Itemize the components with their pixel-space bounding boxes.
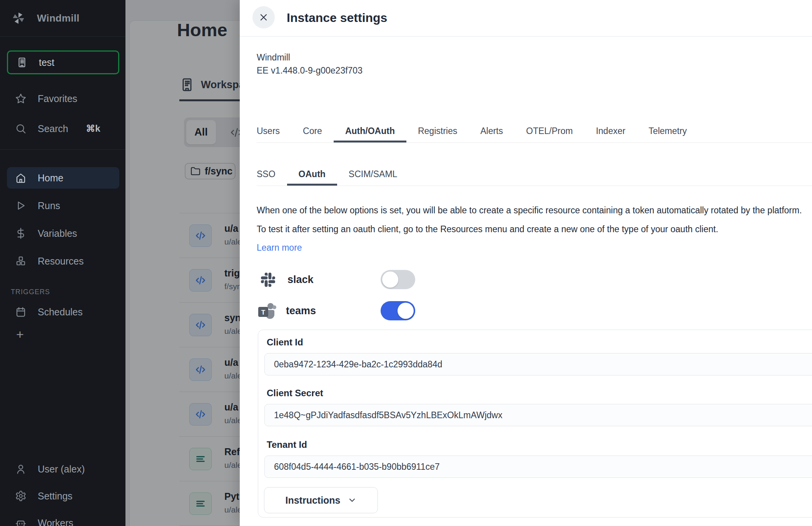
tab-core[interactable]: Core bbox=[291, 122, 334, 142]
subtab-sso[interactable]: SSO bbox=[257, 165, 287, 186]
app-name: Windmill bbox=[257, 51, 363, 64]
subtab-oauth[interactable]: OAuth bbox=[287, 165, 337, 186]
sidebar-item-schedules[interactable]: Schedules bbox=[7, 301, 119, 323]
dollar-icon bbox=[15, 228, 27, 239]
close-icon bbox=[258, 12, 269, 23]
sidebar: Windmill test Favorites Search bbox=[0, 0, 125, 526]
teams-toggle[interactable] bbox=[381, 301, 415, 320]
learn-more-link[interactable]: Learn more bbox=[257, 243, 302, 253]
description-line-2: To test it after setting an oauth client… bbox=[257, 220, 812, 239]
sidebar-item-label: Favorites bbox=[38, 93, 77, 104]
version-info: Windmill EE v1.448.0-9-g00e23f703 bbox=[257, 51, 363, 77]
sidebar-item-variables[interactable]: Variables bbox=[7, 223, 119, 244]
drawer-title: Instance settings bbox=[287, 11, 387, 25]
client-id-input[interactable] bbox=[264, 353, 812, 375]
toggle-knob bbox=[382, 271, 398, 288]
calendar-icon bbox=[15, 306, 27, 318]
tab-otel-prom[interactable]: OTEL/Prom bbox=[515, 122, 584, 142]
tenant-id-label: Tenant Id bbox=[267, 439, 307, 450]
star-icon bbox=[15, 93, 27, 104]
sidebar-item-home[interactable]: Home bbox=[7, 167, 119, 189]
tab-users[interactable]: Users bbox=[257, 122, 291, 142]
user-icon bbox=[15, 463, 27, 475]
search-icon bbox=[15, 123, 27, 134]
teams-integration-row: T teams bbox=[257, 301, 316, 321]
tab-alerts[interactable]: Alerts bbox=[469, 122, 515, 142]
client-secret-input[interactable] bbox=[264, 404, 812, 426]
sidebar-item-workers[interactable]: Workers bbox=[7, 512, 119, 526]
toggle-knob bbox=[398, 303, 414, 319]
slack-integration-row: slack bbox=[257, 270, 314, 290]
sidebar-item-resources[interactable]: Resources bbox=[7, 250, 119, 272]
sidebar-item-label: Home bbox=[38, 173, 63, 184]
drawer-header: Instance settings bbox=[240, 0, 812, 37]
boxes-icon bbox=[15, 255, 27, 267]
close-button[interactable] bbox=[252, 6, 275, 28]
auth-subtabs: SSO OAuth SCIM/SAML bbox=[257, 165, 812, 186]
search-shortcut: ⌘k bbox=[86, 123, 100, 134]
instructions-button[interactable]: Instructions bbox=[264, 487, 378, 513]
sidebar-item-label: Search bbox=[38, 123, 68, 134]
app-title: Windmill bbox=[37, 12, 80, 24]
sidebar-item-label: Variables bbox=[38, 228, 77, 239]
sidebar-divider bbox=[0, 149, 125, 150]
sidebar-item-label: Runs bbox=[38, 200, 60, 211]
client-id-label: Client Id bbox=[267, 337, 303, 348]
add-trigger-button[interactable]: + bbox=[12, 326, 28, 343]
tab-auth-oauth[interactable]: Auth/OAuth bbox=[334, 122, 406, 142]
gear-icon bbox=[15, 490, 27, 502]
windmill-logo-icon bbox=[12, 11, 25, 25]
client-secret-label: Client Secret bbox=[267, 388, 323, 399]
robot-icon bbox=[15, 517, 27, 526]
chevron-down-icon bbox=[348, 496, 357, 505]
description-line-1: When one of the below options is set, yo… bbox=[257, 201, 812, 220]
slack-icon bbox=[261, 273, 275, 287]
teams-icon: T bbox=[257, 302, 277, 320]
sidebar-item-favorites[interactable]: Favorites bbox=[7, 88, 119, 109]
play-icon bbox=[15, 200, 27, 211]
sidebar-item-label: User (alex) bbox=[38, 464, 85, 475]
sidebar-item-label: Schedules bbox=[38, 307, 83, 318]
teams-label: teams bbox=[286, 305, 316, 317]
workspace-selector[interactable]: test bbox=[7, 50, 119, 74]
sidebar-item-label: Settings bbox=[38, 491, 72, 502]
tab-telemetry[interactable]: Telemetry bbox=[637, 122, 698, 142]
sidebar-item-label: Resources bbox=[38, 256, 84, 267]
tenant-id-input[interactable] bbox=[264, 456, 812, 478]
building-icon bbox=[16, 57, 28, 68]
version-number: EE v1.448.0-9-g00e23f703 bbox=[257, 64, 363, 77]
subtab-scim-saml[interactable]: SCIM/SAML bbox=[337, 165, 409, 186]
tab-indexer[interactable]: Indexer bbox=[584, 122, 637, 142]
sidebar-item-search[interactable]: Search ⌘k bbox=[7, 118, 119, 139]
sidebar-item-runs[interactable]: Runs bbox=[7, 195, 119, 216]
svg-text:T: T bbox=[261, 309, 266, 316]
slack-label: slack bbox=[287, 274, 314, 286]
workspace-name: test bbox=[39, 57, 54, 68]
sidebar-item-user[interactable]: User (alex) bbox=[7, 458, 119, 480]
home-icon bbox=[15, 172, 27, 184]
triggers-section-label: TRIGGERS bbox=[11, 288, 50, 296]
sidebar-item-settings[interactable]: Settings bbox=[7, 485, 119, 507]
sidebar-item-label: Workers bbox=[38, 518, 74, 526]
tab-registries[interactable]: Registries bbox=[406, 122, 469, 142]
instance-settings-drawer: Instance settings Windmill EE v1.448.0-9… bbox=[240, 0, 812, 526]
sidebar-logo[interactable]: Windmill bbox=[0, 0, 125, 37]
instructions-button-label: Instructions bbox=[285, 495, 340, 506]
plus-icon: + bbox=[16, 327, 24, 342]
modal-overlay[interactable] bbox=[125, 0, 240, 526]
oauth-description: When one of the below options is set, yo… bbox=[257, 201, 812, 239]
settings-tabs: Users Core Auth/OAuth Registries Alerts … bbox=[257, 122, 812, 143]
teams-oauth-form: Client Id Client Secret Tenant Id Instru… bbox=[258, 330, 812, 518]
slack-toggle[interactable] bbox=[381, 270, 415, 289]
